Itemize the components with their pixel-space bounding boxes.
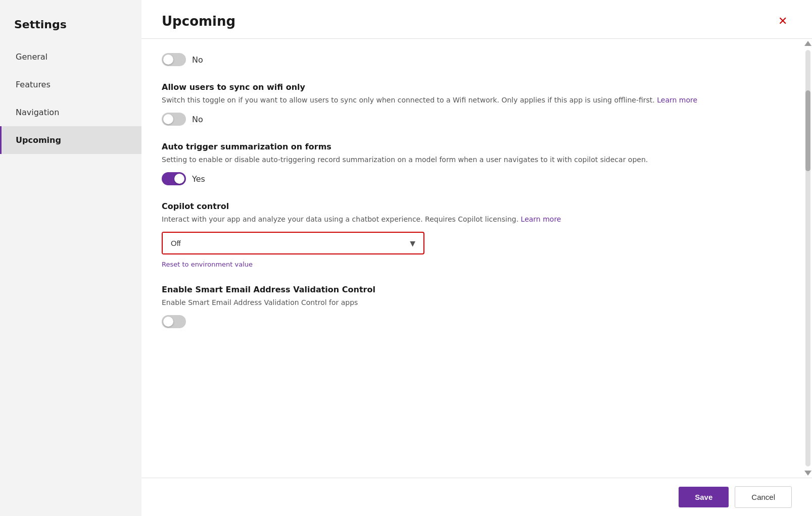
partial-toggle-track bbox=[162, 315, 186, 328]
toggle-track bbox=[162, 53, 186, 66]
sidebar-item-general[interactable]: General bbox=[0, 43, 141, 71]
smart-email-section: Enable Smart Email Address Validation Co… bbox=[162, 285, 784, 328]
reset-to-env-link[interactable]: Reset to environment value bbox=[162, 261, 253, 268]
auto-trigger-heading: Auto trigger summarization on forms bbox=[162, 142, 784, 151]
wifi-sync-section: Allow users to sync on wifi only Switch … bbox=[162, 82, 784, 126]
content-area: No Allow users to sync on wifi only Swit… bbox=[141, 39, 804, 478]
toggle-track bbox=[162, 113, 186, 126]
wifi-sync-heading: Allow users to sync on wifi only bbox=[162, 82, 784, 92]
panel-header: Upcoming ✕ bbox=[141, 0, 812, 39]
copilot-dropdown[interactable]: Off On bbox=[163, 233, 402, 253]
content-wrapper: No Allow users to sync on wifi only Swit… bbox=[141, 39, 812, 478]
smart-email-heading: Enable Smart Email Address Validation Co… bbox=[162, 285, 784, 294]
scroll-up-arrow[interactable] bbox=[804, 41, 811, 46]
smart-email-toggle[interactable] bbox=[162, 315, 186, 328]
settings-title: Settings bbox=[0, 10, 141, 43]
smart-email-desc: Enable Smart Email Address Validation Co… bbox=[162, 297, 784, 308]
toggle-no-1-row: No bbox=[162, 53, 784, 66]
sidebar-item-features[interactable]: Features bbox=[0, 71, 141, 98]
wifi-sync-toggle-label: No bbox=[192, 115, 203, 124]
wifi-sync-toggle-row: No bbox=[162, 113, 784, 126]
auto-trigger-toggle-label: Yes bbox=[192, 174, 205, 184]
toggle-track-on bbox=[162, 172, 186, 185]
page-title: Upcoming bbox=[162, 14, 235, 29]
toggle-no-1-label: No bbox=[192, 55, 203, 65]
toggle-only-section: No bbox=[162, 53, 784, 66]
copilot-heading: Copilot control bbox=[162, 201, 784, 211]
scroll-thumb[interactable] bbox=[805, 90, 810, 171]
save-button[interactable]: Save bbox=[679, 487, 729, 507]
auto-trigger-toggle-row: Yes bbox=[162, 172, 784, 185]
toggle-thumb bbox=[163, 55, 173, 65]
copilot-desc: Interact with your app and analyze your … bbox=[162, 214, 784, 225]
wifi-sync-desc: Switch this toggle on if you want to all… bbox=[162, 95, 784, 106]
copilot-dropdown-wrapper: Off On ▼ bbox=[162, 232, 424, 254]
partial-toggle-thumb bbox=[163, 317, 173, 327]
copilot-desc-text: Interact with your app and analyze your … bbox=[162, 215, 521, 223]
smart-email-toggle-row bbox=[162, 315, 784, 328]
footer: Save Cancel bbox=[141, 478, 812, 516]
toggle-thumb bbox=[163, 114, 173, 124]
close-button[interactable]: ✕ bbox=[774, 12, 792, 30]
wifi-sync-desc-text: Switch this toggle on if you want to all… bbox=[162, 96, 657, 104]
copilot-control-section: Copilot control Interact with your app a… bbox=[162, 201, 784, 269]
auto-trigger-desc-text: Setting to enable or disable auto-trigge… bbox=[162, 156, 648, 164]
toggle-no-1[interactable] bbox=[162, 53, 186, 66]
sidebar: Settings General Features Navigation Upc… bbox=[0, 0, 141, 516]
copilot-learn-more[interactable]: Learn more bbox=[521, 215, 561, 223]
scroll-track bbox=[805, 50, 810, 467]
chevron-down-icon: ▼ bbox=[402, 233, 423, 253]
auto-trigger-desc: Setting to enable or disable auto-trigge… bbox=[162, 154, 784, 165]
cancel-button[interactable]: Cancel bbox=[735, 486, 792, 508]
auto-trigger-section: Auto trigger summarization on forms Sett… bbox=[162, 142, 784, 185]
sidebar-item-upcoming[interactable]: Upcoming bbox=[0, 126, 141, 154]
scroll-down-arrow[interactable] bbox=[804, 471, 811, 476]
auto-trigger-toggle[interactable] bbox=[162, 172, 186, 185]
toggle-thumb bbox=[174, 174, 184, 184]
sidebar-item-navigation[interactable]: Navigation bbox=[0, 98, 141, 126]
wifi-sync-toggle[interactable] bbox=[162, 113, 186, 126]
wifi-sync-learn-more[interactable]: Learn more bbox=[657, 96, 697, 104]
main-panel: Upcoming ✕ No Allow users to sync on wif… bbox=[141, 0, 812, 516]
scrollbar bbox=[804, 39, 812, 478]
